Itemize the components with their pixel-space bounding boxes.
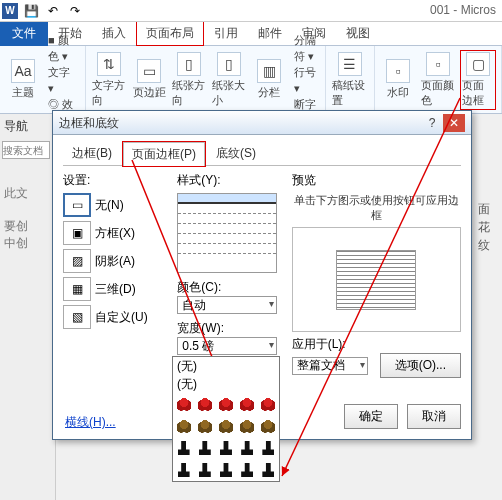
colors-label[interactable]: ■ 颜色 ▾	[46, 32, 79, 64]
tab-view[interactable]: 视图	[336, 21, 380, 46]
undo-icon[interactable]: ↶	[44, 2, 62, 20]
breaks-label[interactable]: 分隔符 ▾	[292, 32, 319, 64]
ribbon-group-background: ▫水印 ▫页面颜色 ▢页面边框	[375, 46, 502, 113]
themes-label: 主题	[12, 85, 34, 100]
setting-column: 设置: ▭无(N) ▣方框(X) ▨阴影(A) ▦三维(D) ▧自定义(U)	[63, 172, 167, 396]
color-label: 颜色(C):	[177, 279, 281, 296]
ok-button[interactable]: 确定	[344, 404, 398, 429]
tab-mailings[interactable]: 邮件	[248, 21, 292, 46]
navigation-pane: 导航 此文 要创 中创	[0, 114, 56, 500]
art-dropdown[interactable]: (无) (无)	[172, 356, 280, 482]
page-border-button[interactable]: ▢页面边框	[461, 51, 495, 109]
nav-title: 导航	[0, 114, 55, 139]
options-button[interactable]: 选项(O)...	[380, 353, 461, 378]
preview-hint: 单击下方图示或使用按钮可应用边框	[292, 193, 461, 223]
watermark-button[interactable]: ▫水印	[381, 59, 415, 100]
close-icon[interactable]: ✕	[443, 114, 465, 132]
art-option-none-2[interactable]: (无)	[173, 375, 279, 393]
hline-link[interactable]: 横线(H)...	[65, 414, 116, 431]
themes-icon: Aa	[11, 59, 35, 83]
setting-3d[interactable]: ▦三维(D)	[63, 277, 167, 301]
quick-access-toolbar: W 💾 ↶ ↷ 001 - Micros	[0, 0, 502, 22]
ribbon-group-themes: Aa 主题 ■ 颜色 ▾ 文字 ▾ ◎ 效果 ▾	[0, 46, 86, 113]
size-button[interactable]: ▯纸张大小	[212, 52, 246, 108]
paper-button[interactable]: ☰稿纸设置	[332, 52, 368, 108]
word-icon: W	[2, 3, 18, 19]
art-option-none[interactable]: (无)	[173, 357, 279, 375]
dlg-tab-pageborder[interactable]: 页面边框(P)	[123, 142, 205, 166]
dialog-title: 边框和底纹	[59, 111, 119, 135]
fonts-label[interactable]: 文字 ▾	[46, 64, 79, 96]
setting-custom[interactable]: ▧自定义(U)	[63, 305, 167, 329]
preview-label: 预览	[292, 172, 461, 189]
paper-icon: ☰	[338, 52, 362, 76]
orient-icon: ▯	[177, 52, 201, 76]
themes-button[interactable]: Aa 主题	[6, 59, 40, 100]
custom-icon: ▧	[63, 305, 91, 329]
snippet-3: 中创	[0, 235, 55, 252]
save-icon[interactable]: 💾	[22, 2, 40, 20]
width-label: 宽度(W):	[177, 320, 281, 337]
help-icon[interactable]: ?	[421, 114, 443, 132]
dialog-tabs: 边框(B) 页面边框(P) 底纹(S)	[63, 141, 461, 166]
text-direction-button[interactable]: ⇅文字方向	[92, 52, 126, 108]
window-title: 001 - Micros	[430, 3, 496, 17]
border-icon: ▢	[466, 52, 490, 76]
setting-none[interactable]: ▭无(N)	[63, 193, 167, 217]
pagecolor-icon: ▫	[426, 52, 450, 76]
style-listbox[interactable]	[177, 193, 277, 273]
style-label: 样式(Y):	[177, 172, 281, 189]
ribbon: Aa 主题 ■ 颜色 ▾ 文字 ▾ ◎ 效果 ▾ ⇅文字方向 ▭页边距 ▯纸张方…	[0, 46, 502, 114]
three-d-icon: ▦	[63, 277, 91, 301]
apply-combo[interactable]: 整篇文档	[292, 357, 368, 375]
search-input[interactable]	[2, 141, 50, 159]
ribbon-group-paper: ☰稿纸设置	[326, 46, 375, 113]
columns-icon: ▥	[257, 59, 281, 83]
apply-label: 应用于(L):	[292, 336, 461, 353]
pagecolor-button[interactable]: ▫页面颜色	[421, 52, 455, 108]
tab-insert[interactable]: 插入	[92, 21, 136, 46]
art-option-chairs-2[interactable]	[173, 459, 279, 481]
size-icon: ▯	[217, 52, 241, 76]
preview-box[interactable]	[292, 227, 461, 332]
redo-icon[interactable]: ↷	[66, 2, 84, 20]
setting-label: 设置:	[63, 172, 167, 189]
doc-fragment: 面花纹	[478, 200, 500, 254]
shadow-icon: ▨	[63, 249, 91, 273]
watermark-icon: ▫	[386, 59, 410, 83]
setting-box[interactable]: ▣方框(X)	[63, 221, 167, 245]
art-option-chairs[interactable]	[173, 437, 279, 459]
none-icon: ▭	[63, 193, 91, 217]
ribbon-group-pagesetup: ⇅文字方向 ▭页边距 ▯纸张方向 ▯纸张大小 ▥分栏 分隔符 ▾ 行号 ▾ 断字…	[86, 46, 326, 113]
cancel-button[interactable]: 取消	[407, 404, 461, 429]
margins-icon: ▭	[137, 59, 161, 83]
box-icon: ▣	[63, 221, 91, 245]
tab-file[interactable]: 文件	[0, 21, 48, 46]
direction-icon: ⇅	[97, 52, 121, 76]
margins-button[interactable]: ▭页边距	[132, 59, 166, 100]
lineno-label[interactable]: 行号 ▾	[292, 64, 319, 96]
setting-shadow[interactable]: ▨阴影(A)	[63, 249, 167, 273]
snippet-2: 要创	[0, 218, 55, 235]
tab-page-layout[interactable]: 页面布局	[136, 21, 204, 46]
width-combo[interactable]: 0.5 磅	[177, 337, 277, 355]
dlg-tab-border[interactable]: 边框(B)	[63, 141, 121, 165]
snippet-1: 此文	[0, 181, 55, 206]
orientation-button[interactable]: ▯纸张方向	[172, 52, 206, 108]
art-option-flowers[interactable]	[173, 393, 279, 415]
preview-column: 预览 单击下方图示或使用按钮可应用边框 应用于(L): 整篇文档 选项(O)..…	[292, 172, 461, 396]
dialog-titlebar[interactable]: 边框和底纹 ? ✕	[53, 111, 471, 135]
art-option-flowers-gold[interactable]	[173, 415, 279, 437]
color-combo[interactable]: 自动	[177, 296, 277, 314]
tab-references[interactable]: 引用	[204, 21, 248, 46]
dlg-tab-shading[interactable]: 底纹(S)	[207, 141, 265, 165]
columns-button[interactable]: ▥分栏	[252, 59, 286, 100]
